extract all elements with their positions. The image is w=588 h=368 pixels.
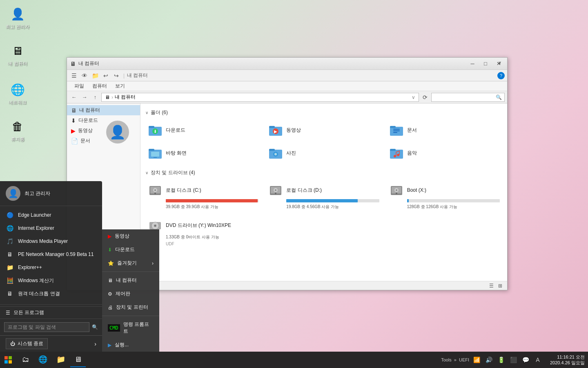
start-button[interactable] xyxy=(0,352,16,368)
desktop-icon-label-network: 네트워크 xyxy=(9,99,27,105)
right-panel-item-run[interactable]: ▶ 실행... xyxy=(102,338,159,352)
help-button[interactable]: ? xyxy=(497,72,505,79)
folder-name-download: 다운로드 xyxy=(166,127,185,134)
start-menu-item-label-calc: Windows 계산기 xyxy=(18,277,54,284)
desktop-icon-network[interactable]: 🌐 네트워크 xyxy=(3,80,32,107)
qa-properties-button[interactable]: ☰ xyxy=(69,71,78,80)
maximize-button[interactable]: □ xyxy=(480,60,491,68)
explorer-search-input[interactable] xyxy=(434,95,494,100)
detail-view-button[interactable]: ☰ xyxy=(488,282,495,289)
power-button[interactable]: ⏻ 시스템 종료 xyxy=(6,338,48,349)
forward-button[interactable]: → xyxy=(80,93,89,102)
svg-rect-47 xyxy=(4,360,8,364)
start-menu-item-edge[interactable]: 🔵 Edge Launcher xyxy=(0,209,102,222)
drives-section-header[interactable]: ∨ 장치 및 드라이브 (4) xyxy=(145,168,503,178)
taskbar-item-mycomp[interactable]: 🖥 xyxy=(70,352,86,367)
folder-icon-music xyxy=(389,146,404,160)
desktop-icon-admin[interactable]: 👤 최고 관리자 xyxy=(3,4,32,31)
start-menu-item-remote[interactable]: 🖥 원격 데스크톱 연결 xyxy=(0,287,102,300)
drives-chevron-icon: ∨ xyxy=(145,171,148,175)
folders-section-header[interactable]: ∨ 폴더 (6) xyxy=(145,108,503,118)
start-menu-item-wmp[interactable]: 🎵 Windows Media Player xyxy=(0,235,102,248)
taskbar-filemanager-icon: 🗂 xyxy=(22,355,29,364)
minimize-button[interactable]: ─ xyxy=(467,60,478,68)
cmd-icon: CMD xyxy=(108,324,120,332)
start-menu-item-explorerpp[interactable]: 📁 Explorer++ xyxy=(0,261,102,274)
desktop-icon-mycomputer[interactable]: 🖥 내 컴퓨터 xyxy=(3,41,32,68)
start-menu-item-calc[interactable]: 🧮 Windows 계산기 xyxy=(0,274,102,287)
sidebar-item-video[interactable]: ▶ 동영상 xyxy=(67,126,140,136)
start-menu-item-ie[interactable]: 🌐 Internet Explorer xyxy=(0,222,102,235)
folder-item-download[interactable]: ⬇ 다운로드 xyxy=(145,120,262,140)
folder-item-desktop[interactable]: 바탕 화면 xyxy=(145,143,262,163)
power-arrow-icon: › xyxy=(94,341,96,347)
menu-computer[interactable]: 컴퓨터 xyxy=(88,82,111,90)
taskbar-clock[interactable]: 11:16:21 오전 2020.4.26 일요일 xyxy=(547,354,588,366)
desktop-icon-label-admin: 최고 관리자 xyxy=(6,24,29,30)
qa-preview-button[interactable]: 👁 xyxy=(80,71,89,80)
desktop-icon-recycle[interactable]: 🗑 휴지통 xyxy=(3,117,32,144)
drive-item-d[interactable]: 로컬 디스크 (D:) 19.8GB 중 4.56GB 사용 가능 xyxy=(265,180,382,212)
right-panel-divider xyxy=(102,272,159,272)
start-menu-item-label-remote: 원격 데스크톱 연결 xyxy=(18,290,60,297)
user-panel: 👤 xyxy=(106,121,129,144)
sidebar-video-icon: ▶ xyxy=(71,128,76,134)
qa-new-folder-button[interactable]: 📁 xyxy=(91,71,100,80)
icon-view-button[interactable]: ⊞ xyxy=(497,282,504,289)
start-menu-item-pe[interactable]: 🖥 PE Network Manager 0.59 Beta 11 xyxy=(0,248,102,261)
drive-item-x[interactable]: Boot (X:) 128GB 중 126GB 사용 가능 xyxy=(386,180,503,212)
tray-volume-icon[interactable]: 🔊 xyxy=(484,355,494,365)
sidebar-item-docs[interactable]: 📄 문서 xyxy=(67,136,140,146)
ie-icon: 🌐 xyxy=(6,224,14,232)
drive-item-c[interactable]: 로컬 디스크 (C:) 39.9GB 중 39.9GB 사용 가능 xyxy=(145,180,262,212)
right-panel-item-devices[interactable]: 🖨 장치 및 프린터 xyxy=(102,301,159,314)
right-panel-item-video[interactable]: ▶ 동영상 xyxy=(102,229,159,243)
folder-item-video[interactable]: ▶ 동영상 xyxy=(265,120,382,140)
address-dropdown-icon[interactable]: ∨ xyxy=(412,94,415,100)
start-menu-item-label-explorerpp: Explorer++ xyxy=(18,265,42,270)
taskbar-explorer-icon: 📁 xyxy=(56,355,65,364)
user-avatar-circle[interactable]: 👤 xyxy=(106,121,129,144)
address-bar[interactable]: 🖥 › 내 컴퓨터 ∨ xyxy=(101,93,419,102)
drive-item-dvd[interactable]: DVD 드라이브 (Y:) Win10XPE 1.33GB 중 0바이트 사용 … xyxy=(145,215,262,249)
right-panel-item-control[interactable]: ⚙ 제어판 xyxy=(102,287,159,301)
taskbar-item-explorer[interactable]: 📁 xyxy=(52,352,69,367)
folder-item-docs[interactable]: 문서 xyxy=(386,120,503,140)
svg-point-29 xyxy=(154,189,156,191)
menu-file[interactable]: 파일 xyxy=(70,82,88,90)
right-panel-item-download[interactable]: ⬇ 다운로드 xyxy=(102,243,159,256)
right-panel-label-favorites: 즐겨찾기 xyxy=(117,260,137,267)
taskbar-expand-icon[interactable]: » xyxy=(454,357,457,362)
sidebar-item-download[interactable]: ⬇ 다운로드 xyxy=(67,115,140,126)
tray-action-center-icon[interactable]: 💬 xyxy=(521,355,530,365)
start-menu-all-programs[interactable]: ☰ 모든 프로그램 xyxy=(0,306,102,319)
tray-network-icon[interactable]: 📶 xyxy=(472,355,481,365)
up-button[interactable]: ↑ xyxy=(91,93,100,102)
drive-icon-c xyxy=(148,183,163,197)
explorer-search-icon[interactable]: 🔍 xyxy=(496,94,502,100)
start-menu-right-panel: ▶ 동영상 ⬇ 다운로드 ⭐ 즐겨찾기 › 🖥 내 컴퓨터 ⚙ 제어판 🖨 장치… xyxy=(102,229,159,352)
address-separator: › xyxy=(111,94,113,100)
right-panel-item-mycomp[interactable]: 🖥 내 컴퓨터 xyxy=(102,274,159,287)
tray-keyboard-icon[interactable]: A xyxy=(533,355,543,365)
tray-battery-icon[interactable]: 🔋 xyxy=(496,355,506,365)
back-button[interactable]: ← xyxy=(69,93,78,102)
qa-redo-button[interactable]: ↪ xyxy=(112,71,121,80)
tray-usb-icon[interactable]: ⬛ xyxy=(508,355,518,365)
ribbon-expand-icon[interactable]: ∨ xyxy=(496,58,504,67)
qa-undo-button[interactable]: ↩ xyxy=(101,71,110,80)
svg-rect-11 xyxy=(393,130,400,131)
search-input[interactable] xyxy=(4,322,89,332)
menu-view[interactable]: 보기 xyxy=(111,82,129,90)
calc-icon: 🧮 xyxy=(6,276,14,285)
drives-section-label: 장치 및 드라이브 (4) xyxy=(151,169,195,176)
refresh-button[interactable]: ⟳ xyxy=(421,93,430,102)
right-panel-item-cmd[interactable]: CMD 명령 프롬프트 xyxy=(102,318,159,338)
sidebar-item-mycomp[interactable]: 🖥 내 컴퓨터 xyxy=(67,105,140,115)
taskbar-item-ie[interactable]: 🌐 xyxy=(34,352,51,367)
drive-fs-dvd: UDF xyxy=(166,242,258,246)
folder-item-photos[interactable]: 사진 xyxy=(265,143,382,163)
folder-item-music[interactable]: 음악 xyxy=(386,143,503,163)
right-panel-item-favorites[interactable]: ⭐ 즐겨찾기 › xyxy=(102,256,159,270)
taskbar-item-file-manager[interactable]: 🗂 xyxy=(18,352,33,367)
